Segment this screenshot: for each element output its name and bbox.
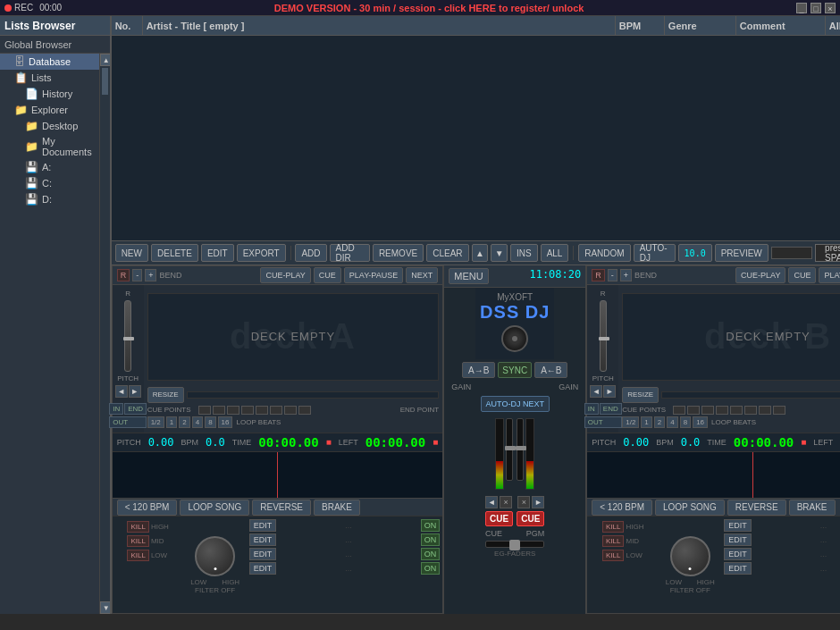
deck-a-bend-minus[interactable]: - <box>132 269 142 281</box>
deck-a-pitch-down[interactable]: ◄ <box>115 385 128 398</box>
deck-a-cue-dot-4[interactable] <box>241 406 254 415</box>
deck-b-out[interactable]: OUT <box>584 416 622 428</box>
deck-a-loop16[interactable]: 16 <box>218 416 233 428</box>
new-button[interactable]: NEW <box>115 244 148 262</box>
preview-slider[interactable] <box>771 247 812 259</box>
mixer-nav-right[interactable]: ► <box>532 496 544 508</box>
preview-button[interactable]: PREVIEW <box>715 244 769 262</box>
eq-b-edit-2[interactable]: EDIT <box>724 533 752 546</box>
deck-a-cue-dot-6[interactable] <box>270 406 282 415</box>
eq-a-on-2[interactable]: ON <box>421 533 441 546</box>
deck-b-pitch-up[interactable]: ► <box>603 385 616 398</box>
auto-dj-next[interactable]: AUTO-DJ NEXT <box>481 396 550 412</box>
random-button[interactable]: RANDOM <box>578 244 630 262</box>
col-comment[interactable]: Comment <box>736 16 826 35</box>
deck-b-cue-dot-6[interactable] <box>744 406 757 415</box>
deck-a-loop2[interactable]: 2 <box>179 416 189 428</box>
mixer-cue-left[interactable]: CUE <box>485 511 513 526</box>
tree-item-history[interactable]: 📄 History <box>0 86 99 102</box>
tree-item-explorer[interactable]: 📁 Explorer <box>0 102 99 118</box>
arrow-down-button[interactable]: ▼ <box>491 244 508 262</box>
eq-a-on-4[interactable]: ON <box>421 562 441 575</box>
deck-a-pitch-up[interactable]: ► <box>129 385 141 398</box>
deck-a-pitch-slider[interactable] <box>124 300 131 372</box>
deck-b-pitch-down[interactable]: ◄ <box>590 385 602 398</box>
tree-item-drive-d[interactable]: 💾 D: <box>0 191 99 207</box>
press-space[interactable]: press SPACE <box>815 244 840 262</box>
deck-a-cue-dot-8[interactable] <box>298 406 311 415</box>
deck-a-cue-play[interactable]: CUE-PLAY <box>260 267 310 283</box>
deck-a-cue-dot-2[interactable] <box>213 406 225 415</box>
deck-b-half-loop[interactable]: 1/2 <box>622 416 639 428</box>
deck-a-in[interactable]: IN <box>109 403 123 415</box>
deck-a-loop1[interactable]: 1 <box>166 416 177 428</box>
eq-b-edit-3[interactable]: EDIT <box>724 548 752 560</box>
export-button[interactable]: EXPORT <box>237 244 286 262</box>
eq-a-edit-1[interactable]: EDIT <box>249 519 277 532</box>
deck-a-cue-dot-5[interactable] <box>256 406 268 415</box>
ins-button[interactable]: INS <box>510 244 538 262</box>
remove-button[interactable]: REMOVE <box>373 244 424 262</box>
all-button[interactable]: ALL <box>541 244 569 262</box>
deck-b-brake[interactable]: BRAKE <box>789 500 836 516</box>
delete-button[interactable]: DELETE <box>151 244 198 262</box>
col-no[interactable]: No. <box>112 16 143 35</box>
eq-b-edit-1[interactable]: EDIT <box>724 519 752 532</box>
scroll-down-button[interactable]: ▼ <box>100 601 110 614</box>
eq-a-edit-4[interactable]: EDIT <box>249 562 277 575</box>
tree-item-database[interactable]: 🗄 Database <box>0 54 99 70</box>
deck-a-play-pause[interactable]: PLAY-PAUSE <box>344 267 403 283</box>
eq-a-kill-low[interactable]: KILL <box>127 550 148 561</box>
deck-b-cue[interactable]: CUE <box>788 267 816 283</box>
scroll-up-button[interactable]: ▲ <box>100 54 110 66</box>
eq-a-on-1[interactable]: ON <box>421 519 441 532</box>
demo-text[interactable]: DEMO VERSION - 30 min / session - click … <box>62 3 796 13</box>
tree-item-drive-a[interactable]: 💾 A: <box>0 159 99 175</box>
mixer-nav-close2[interactable]: × <box>517 496 530 508</box>
deck-a-resize[interactable]: RESIZE <box>147 387 184 403</box>
col-bpm[interactable]: BPM <box>616 16 665 35</box>
mixer-cue-right[interactable]: CUE <box>517 511 544 526</box>
mixer-nav-left[interactable]: ◄ <box>485 496 498 508</box>
deck-a-cue-dot-7[interactable] <box>284 406 297 415</box>
close-button[interactable]: × <box>825 3 836 13</box>
mixer-fader-left[interactable] <box>506 418 513 481</box>
add-button[interactable]: ADD <box>295 244 326 262</box>
deck-a-cue-dot-1[interactable] <box>198 406 211 415</box>
autodj-button[interactable]: AUTO-DJ <box>634 244 676 262</box>
mixer-sync-btn[interactable]: SYNC <box>498 362 532 378</box>
deck-a-bpm120[interactable]: < 120 BPM <box>117 500 178 516</box>
deck-a-loop-song[interactable]: LOOP SONG <box>180 500 249 516</box>
mixer-fader-right[interactable] <box>517 418 524 481</box>
tree-item-lists[interactable]: 📋 Lists <box>0 70 99 86</box>
col-genre[interactable]: Genre <box>665 16 736 35</box>
minimize-button[interactable]: _ <box>796 3 807 13</box>
deck-a-reverse[interactable]: REVERSE <box>252 500 311 516</box>
mixer-ba-btn[interactable]: A←B <box>534 362 567 378</box>
deck-b-resize[interactable]: RESIZE <box>622 387 659 403</box>
deck-a-loop4[interactable]: 4 <box>192 416 203 428</box>
deck-b-loop4[interactable]: 4 <box>667 416 677 428</box>
deck-b-cue-dot-7[interactable] <box>759 406 771 415</box>
adddir-button[interactable]: ADD DIR <box>330 244 370 262</box>
tree-item-mydocs[interactable]: 📁 My Documents <box>0 134 99 159</box>
bpm-value[interactable]: 10.0 <box>678 244 712 262</box>
tree-item-desktop[interactable]: 📁 Desktop <box>0 118 99 134</box>
eq-b-kill-low[interactable]: KILL <box>602 550 624 561</box>
eq-a-kill-high[interactable]: KILL <box>127 521 148 533</box>
mixer-menu-btn[interactable]: MENU <box>449 268 488 284</box>
eq-a-knob[interactable] <box>195 536 235 576</box>
deck-b-reverse[interactable]: REVERSE <box>727 500 786 516</box>
arrow-up-button[interactable]: ▲ <box>472 244 489 262</box>
eq-b-edit-4[interactable]: EDIT <box>724 562 752 575</box>
deck-b-pitch-slider[interactable] <box>600 300 607 372</box>
deck-a-half-loop[interactable]: 1/2 <box>147 416 164 428</box>
deck-a-next[interactable]: NEXT <box>406 267 438 283</box>
maximize-button[interactable]: □ <box>811 3 821 13</box>
deck-b-loop1[interactable]: 1 <box>641 416 651 428</box>
eq-b-kill-mid[interactable]: KILL <box>602 535 624 547</box>
deck-a-brake[interactable]: BRAKE <box>314 500 360 516</box>
scroll-thumb[interactable] <box>102 68 108 95</box>
mixer-ab-btn[interactable]: A→B <box>462 362 495 378</box>
deck-b-cue-dot-5[interactable] <box>730 406 743 415</box>
